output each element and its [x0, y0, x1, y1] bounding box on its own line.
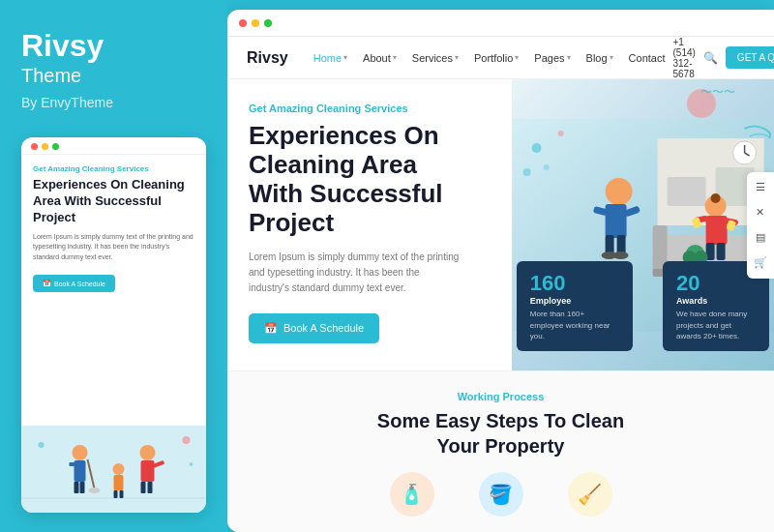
svg-point-56: [557, 131, 563, 136]
hero-image: 〜〜〜: [512, 79, 774, 370]
section-heading: Some Easy Steps To CleanYour Property: [251, 408, 751, 458]
svg-rect-33: [605, 204, 626, 238]
search-icon[interactable]: 🔍: [703, 51, 718, 65]
site-logo: Rivsy: [247, 49, 288, 67]
brand-title: Rivsy: [21, 29, 206, 63]
left-panel: Rivsy Theme By EnvyTheme Get Amazing Cle…: [0, 0, 227, 532]
hero-cta-button[interactable]: 📅 Book A Schedule: [249, 313, 379, 343]
svg-point-32: [605, 178, 632, 205]
svg-point-2: [73, 445, 88, 460]
right-panel: Rivsy Home▾ About▾ Services▾ Portfolio▾ …: [227, 10, 774, 532]
section-working-process: Working Process Some Easy Steps To Clean…: [227, 370, 774, 532]
svg-rect-15: [114, 475, 124, 490]
svg-point-53: [531, 143, 541, 153]
stat-box-employees: 160 Employee More than 160+ employee wor…: [517, 261, 633, 351]
site-nav: Rivsy Home▾ About▾ Services▾ Portfolio▾ …: [227, 37, 774, 79]
mobile-cta-icon: 📅: [43, 280, 51, 287]
svg-point-54: [543, 164, 549, 170]
step-item-2: 🪣: [462, 472, 540, 517]
step-item-3: 🧹: [551, 472, 629, 517]
svg-rect-48: [716, 243, 725, 260]
svg-point-8: [89, 488, 101, 493]
mobile-cta-button[interactable]: 📅 Book A Schedule: [33, 275, 115, 292]
step-icon-1: 🧴: [390, 472, 434, 517]
step-item-1: 🧴: [373, 472, 451, 517]
hero-heading: Experiences OnCleaning AreaWith Successf…: [249, 122, 491, 238]
decor-swirl: 〜〜〜: [700, 84, 735, 101]
nav-item-pages[interactable]: Pages▾: [526, 52, 578, 64]
stat-label-employees: Employee: [530, 296, 619, 306]
svg-point-20: [190, 462, 194, 466]
step-icon-3: 🧹: [568, 472, 612, 517]
dot-yellow: [42, 143, 48, 150]
stat-label-awards: Awards: [676, 296, 756, 306]
right-sidebar-icons: ☰ ✕ ▤ 🛒: [747, 172, 774, 279]
svg-rect-5: [74, 482, 79, 493]
svg-point-14: [113, 463, 125, 475]
nav-item-about[interactable]: About▾: [355, 52, 404, 64]
cart-icon[interactable]: 🛒: [751, 253, 770, 273]
nav-item-blog[interactable]: Blog▾: [579, 52, 621, 64]
brand-by: By EnvyTheme: [21, 95, 206, 110]
svg-point-39: [612, 251, 628, 259]
steps-row: 🧴 🪣 🧹: [251, 472, 751, 517]
mobile-card-header: [21, 137, 206, 155]
dot-red: [31, 143, 38, 150]
browser-dot-green: [264, 19, 272, 27]
svg-point-19: [183, 436, 191, 444]
svg-rect-10: [141, 460, 155, 482]
mobile-tagline: Get Amazing Cleaning Services: [33, 164, 194, 173]
svg-point-9: [140, 445, 156, 460]
svg-point-42: [710, 193, 720, 203]
svg-point-18: [39, 442, 45, 448]
svg-rect-13: [148, 482, 153, 493]
browser-dot-red: [239, 19, 247, 27]
svg-rect-27: [667, 177, 705, 206]
mobile-card-footer: [21, 426, 206, 513]
mobile-body-text: Lorem Ipsum is simply dummy text of the …: [33, 232, 194, 263]
svg-rect-36: [605, 235, 613, 254]
svg-rect-6: [80, 482, 85, 493]
mobile-heading: Experiences On Cleaning Area With Succes…: [33, 177, 194, 226]
list-icon[interactable]: ▤: [751, 228, 770, 248]
mobile-card-body: Get Amazing Cleaning Services Experience…: [21, 155, 206, 426]
svg-rect-37: [616, 235, 625, 254]
hero-left: Get Amazing Cleaning Services Experience…: [227, 79, 512, 370]
stat-desc-awards: We have done many projects and get award…: [676, 309, 756, 341]
mobile-cta-label: Book A Schedule: [54, 281, 105, 287]
nav-item-portfolio[interactable]: Portfolio▾: [466, 52, 526, 64]
hero-right: 〜〜〜: [512, 79, 774, 370]
menu-icon[interactable]: ☰: [751, 178, 770, 197]
browser-content: Rivsy Home▾ About▾ Services▾ Portfolio▾ …: [227, 37, 774, 532]
hero-tagline: Get Amazing Cleaning Services: [249, 103, 491, 114]
calendar-icon: 📅: [264, 322, 278, 335]
browser-dot-yellow: [252, 19, 259, 27]
svg-point-55: [522, 168, 530, 176]
mobile-preview-card: Get Amazing Cleaning Services Experience…: [21, 137, 206, 513]
nav-item-contact[interactable]: Contact: [621, 52, 673, 64]
stat-number-employees: 160: [530, 271, 619, 296]
svg-rect-41: [705, 216, 727, 245]
svg-rect-17: [120, 490, 124, 498]
hero-cta-label: Book A Schedule: [283, 322, 364, 334]
stat-number-awards: 20: [676, 271, 756, 296]
step-icon-2: 🪣: [479, 472, 523, 517]
hero-body-text: Lorem Ipsum is simply dummy text of the …: [249, 250, 461, 296]
stat-desc-employees: More than 160+ employee working near you…: [530, 309, 619, 341]
nav-item-home[interactable]: Home▾: [306, 52, 355, 64]
nav-cta-button[interactable]: GET A QUOTE: [726, 46, 774, 69]
nav-item-services[interactable]: Services▾: [404, 52, 466, 64]
dot-green: [52, 143, 59, 150]
hero-section: Get Amazing Cleaning Services Experience…: [227, 79, 774, 370]
section-tag: Working Process: [251, 391, 751, 402]
svg-rect-16: [114, 490, 118, 498]
close-icon[interactable]: ✕: [751, 203, 770, 222]
svg-rect-4: [70, 462, 81, 466]
brand-subtitle: Theme: [21, 65, 206, 87]
browser-bar: [227, 10, 774, 37]
svg-rect-12: [141, 482, 146, 493]
nav-phone: +1 (514) 312-5678: [673, 37, 696, 79]
